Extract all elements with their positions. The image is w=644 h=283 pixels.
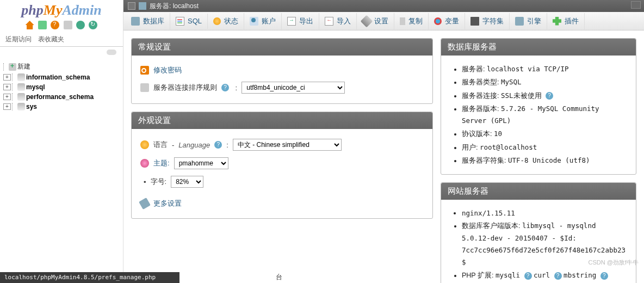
menu-variables[interactable]: 变量	[429, 13, 465, 29]
tree-db-performance_schema[interactable]: + performance_schema	[3, 92, 120, 102]
settings-icon[interactable]	[76, 21, 85, 29]
collapse-nav-icon[interactable]	[128, 2, 135, 10]
reload-icon[interactable]	[89, 21, 97, 29]
menu-status[interactable]: 状态	[208, 13, 244, 29]
menu-charsets[interactable]: 字符集	[465, 13, 510, 29]
variables-icon	[434, 17, 442, 25]
tree-db-mysql[interactable]: + mysql	[3, 82, 120, 92]
server-name: localhost	[173, 2, 199, 10]
info-icon[interactable]	[546, 92, 553, 100]
navpanel-icon[interactable]	[64, 21, 72, 29]
logo-admin: Admin	[62, 2, 101, 18]
tree-db-information_schema[interactable]: + information_schema	[3, 72, 120, 82]
sql-icon	[176, 17, 184, 26]
statusbar: localhost/phpMyAdmin4.8.5/prefs_manage.p…	[0, 272, 179, 283]
menu-engines[interactable]: 引擎	[510, 13, 547, 29]
list-item: PHP 扩展: mysqli curl mbstring	[462, 269, 627, 281]
panel-general: 常规设置 修改密码 服务器连接排序规则 : utf8mb4_unicode_ci	[131, 38, 433, 104]
panel-db-server-header: 数据库服务器	[441, 39, 636, 56]
theme-label[interactable]: 主题:	[153, 158, 170, 168]
databases-icon	[131, 17, 140, 26]
sidebar: phpMyAdmin 近期访问 表收藏夹 新建 + information_sc…	[0, 0, 123, 283]
import-icon	[325, 17, 333, 26]
tree-db-sys[interactable]: + sys	[3, 102, 120, 112]
language-select[interactable]: 中文 - Chinese simplified	[233, 139, 342, 151]
hidden-tab: 台	[276, 273, 282, 282]
theme-select[interactable]: pmahomme	[174, 157, 228, 169]
topbar: 服务器: localhost	[123, 0, 644, 12]
logout-icon[interactable]	[38, 21, 47, 29]
main: 服务器: localhost 数据库 SQL 状态 账户 导出 导入 设置 复制…	[123, 0, 644, 283]
database-icon	[17, 83, 25, 91]
expand-icon[interactable]: +	[3, 84, 11, 90]
info-icon[interactable]	[554, 272, 562, 280]
info-icon[interactable]	[600, 272, 608, 280]
language-label: 语言	[153, 140, 168, 150]
wrench-icon	[361, 15, 373, 27]
list-item: nginx/1.15.11	[462, 207, 627, 219]
collation-select[interactable]: utf8mb4_unicode_ci	[242, 82, 345, 94]
fontsize-select[interactable]: 82%	[171, 176, 203, 188]
expand-icon[interactable]: +	[3, 74, 11, 81]
list-item: 服务器版本: 5.7.26 - MySQL Community Server (…	[462, 103, 627, 127]
expand-icon[interactable]: +	[3, 103, 11, 110]
replication-icon	[400, 17, 405, 25]
info-icon[interactable]	[214, 141, 222, 149]
key-icon	[140, 66, 149, 75]
info-icon[interactable]	[524, 272, 532, 280]
statusbar-url: localhost/phpMyAdmin4.8.5/prefs_manage.p…	[4, 274, 156, 281]
more-settings-link[interactable]: 更多设置	[153, 199, 182, 208]
server-icon	[139, 2, 146, 10]
tab-favorites[interactable]: 表收藏夹	[37, 33, 65, 46]
tree-new-label: 新建	[17, 62, 30, 71]
charset-icon	[470, 17, 479, 26]
menu-databases[interactable]: 数据库	[126, 13, 170, 29]
filter-toggle-icon[interactable]	[107, 50, 116, 55]
server-label: 服务器:	[150, 2, 171, 11]
tree-db-label: mysql	[26, 83, 45, 91]
tree-new[interactable]: 新建	[3, 61, 120, 72]
new-db-icon	[9, 63, 16, 71]
panel-appearance: 外观设置 语言 - Language : 中文 - Chinese simpli…	[131, 112, 433, 219]
engines-icon	[515, 17, 524, 26]
panel-db-server: 数据库服务器 服务器: localhost via TCP/IP 服务器类型: …	[441, 38, 636, 175]
collation-label: 服务器连接排序规则	[153, 83, 217, 93]
panel-web-server-header: 网站服务器	[441, 183, 636, 200]
web-server-list: nginx/1.15.11 数据库客户端版本: libmysql - mysql…	[450, 207, 627, 283]
tab-recent[interactable]: 近期访问	[4, 33, 33, 46]
info-icon[interactable]	[221, 84, 229, 91]
list-item: 服务器类型: MySQL	[462, 76, 627, 88]
menu-settings[interactable]: 设置	[357, 13, 394, 29]
list-item: 协议版本: 10	[462, 128, 627, 140]
sidebar-tabs: 近期访问 表收藏夹	[0, 33, 123, 47]
tree-db-label: information_schema	[26, 73, 90, 81]
home-icon[interactable]	[26, 21, 34, 29]
fontsize-label: 字号:	[151, 177, 167, 187]
logo-my: My	[44, 2, 63, 18]
database-icon	[17, 93, 25, 101]
menu-export[interactable]: 导出	[282, 13, 319, 29]
list-item: 服务器字符集: UTF-8 Unicode (utf8)	[462, 155, 627, 167]
database-icon	[17, 103, 25, 110]
menu-users[interactable]: 账户	[244, 13, 282, 29]
collation-icon	[140, 83, 149, 92]
menu-replication[interactable]: 复制	[394, 13, 429, 29]
change-password-link[interactable]: 修改密码	[153, 65, 182, 75]
logo[interactable]: phpMyAdmin	[0, 0, 123, 19]
database-icon	[17, 73, 25, 81]
panel-general-header: 常规设置	[132, 39, 432, 56]
sidebar-quick-icons	[0, 19, 123, 33]
menu-sql[interactable]: SQL	[170, 14, 208, 29]
plugins-icon	[553, 17, 561, 26]
db-filter[interactable]	[0, 47, 123, 59]
docs-icon[interactable]	[51, 21, 59, 29]
menu-import[interactable]: 导入	[319, 13, 357, 29]
wrench-icon	[139, 198, 151, 210]
expand-icon[interactable]: +	[3, 94, 11, 100]
content: 常规设置 修改密码 服务器连接排序规则 : utf8mb4_unicode_ci	[123, 30, 644, 283]
db-tree: 新建 + information_schema + mysql + perfor…	[0, 59, 123, 114]
db-server-list: 服务器: localhost via TCP/IP 服务器类型: MySQL 服…	[450, 63, 627, 167]
menu-plugins[interactable]: 插件	[547, 13, 585, 29]
language-label-en: Language	[178, 141, 210, 149]
pageinfo-icon[interactable]	[631, 1, 641, 9]
